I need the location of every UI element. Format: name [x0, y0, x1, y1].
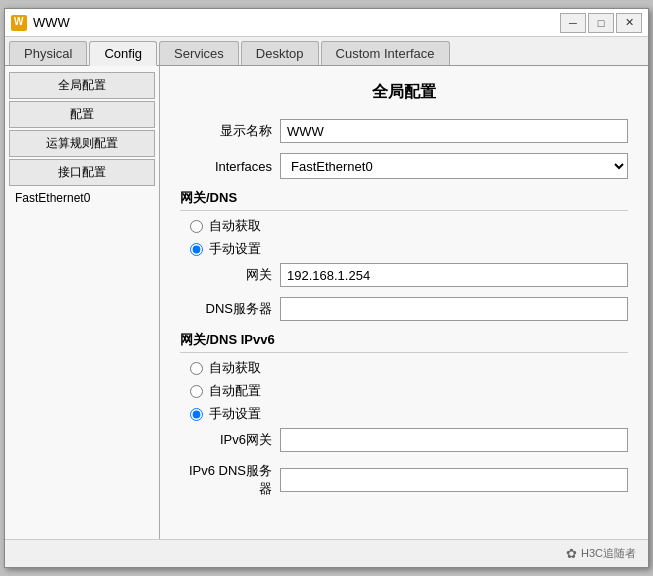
- tab-desktop[interactable]: Desktop: [241, 41, 319, 65]
- display-name-row: 显示名称: [180, 119, 628, 143]
- dns-input[interactable]: [280, 297, 628, 321]
- tab-bar: Physical Config Services Desktop Custom …: [5, 37, 648, 66]
- global-config-button[interactable]: 全局配置: [9, 72, 155, 99]
- ipv6-gateway-row: IPv6网关: [180, 428, 628, 452]
- footer-logo-text: H3C追随者: [581, 546, 636, 561]
- window-icon: [11, 15, 27, 31]
- radio-auto-config-v6[interactable]: 自动配置: [180, 382, 628, 400]
- radio-auto-get-v6[interactable]: 自动获取: [180, 359, 628, 377]
- tab-physical[interactable]: Physical: [9, 41, 87, 65]
- manual-set-label[interactable]: 手动设置: [209, 240, 261, 258]
- interfaces-row: Interfaces FastEthernet0: [180, 153, 628, 179]
- tab-config[interactable]: Config: [89, 41, 157, 66]
- footer-logo: ✿ H3C追随者: [566, 546, 636, 561]
- manual-set-v6-label[interactable]: 手动设置: [209, 405, 261, 423]
- gateway-row: 网关: [180, 263, 628, 287]
- sidebar: 全局配置 配置 运算规则配置 接口配置 FastEthernet0: [5, 66, 160, 539]
- title-bar: WWW ─ □ ✕: [5, 9, 648, 37]
- auto-config-v6-radio[interactable]: [190, 385, 203, 398]
- ipv6-gateway-label: IPv6网关: [180, 431, 280, 449]
- routing-rules-button[interactable]: 运算规则配置: [9, 130, 155, 157]
- radio-auto-get[interactable]: 自动获取: [180, 217, 628, 235]
- radio-manual-set-v6[interactable]: 手动设置: [180, 405, 628, 423]
- config-button[interactable]: 配置: [9, 101, 155, 128]
- gateway-input[interactable]: [280, 263, 628, 287]
- interface-config-button[interactable]: 接口配置: [9, 159, 155, 186]
- title-controls: ─ □ ✕: [560, 13, 642, 33]
- display-name-input[interactable]: [280, 119, 628, 143]
- main-window: WWW ─ □ ✕ Physical Config Services Deskt…: [4, 8, 649, 568]
- ipv6-dns-label: IPv6 DNS服务器: [180, 462, 280, 498]
- minimize-button[interactable]: ─: [560, 13, 586, 33]
- ipv6-gateway-input[interactable]: [280, 428, 628, 452]
- footer-logo-icon: ✿: [566, 546, 577, 561]
- auto-get-v6-radio[interactable]: [190, 362, 203, 375]
- auto-config-v6-label[interactable]: 自动配置: [209, 382, 261, 400]
- section2-title: 网关/DNS IPvv6: [180, 331, 628, 353]
- main-panel: 全局配置 显示名称 Interfaces FastEthernet0 网关/DN…: [160, 66, 648, 539]
- sidebar-item-fastethernet0[interactable]: FastEthernet0: [9, 188, 155, 208]
- sidebar-scroll-area: 全局配置 配置 运算规则配置 接口配置 FastEthernet0: [9, 72, 155, 208]
- interfaces-label: Interfaces: [180, 159, 280, 174]
- manual-set-v6-radio[interactable]: [190, 408, 203, 421]
- manual-set-radio[interactable]: [190, 243, 203, 256]
- tab-custom-interface[interactable]: Custom Interface: [321, 41, 450, 65]
- content-area: 全局配置 配置 运算规则配置 接口配置 FastEthernet0 全局配置 显…: [5, 66, 648, 539]
- maximize-button[interactable]: □: [588, 13, 614, 33]
- radio-manual-set[interactable]: 手动设置: [180, 240, 628, 258]
- section1-title: 网关/DNS: [180, 189, 628, 211]
- close-button[interactable]: ✕: [616, 13, 642, 33]
- auto-get-label[interactable]: 自动获取: [209, 217, 261, 235]
- ipv6-dns-row: IPv6 DNS服务器: [180, 462, 628, 498]
- display-name-label: 显示名称: [180, 122, 280, 140]
- dns-row: DNS服务器: [180, 297, 628, 321]
- tab-services[interactable]: Services: [159, 41, 239, 65]
- interfaces-select[interactable]: FastEthernet0: [280, 153, 628, 179]
- ipv6-dns-input[interactable]: [280, 468, 628, 492]
- window-title: WWW: [33, 15, 560, 30]
- auto-get-v6-label[interactable]: 自动获取: [209, 359, 261, 377]
- dns-label: DNS服务器: [180, 300, 280, 318]
- footer: ✿ H3C追随者: [5, 539, 648, 567]
- panel-title: 全局配置: [180, 82, 628, 103]
- auto-get-radio[interactable]: [190, 220, 203, 233]
- gateway-label: 网关: [180, 266, 280, 284]
